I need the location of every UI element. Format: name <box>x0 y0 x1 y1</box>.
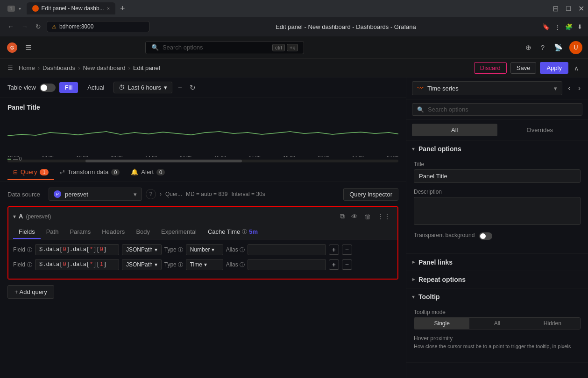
repeat-options-header[interactable]: ▾ Repeat options <box>406 271 588 288</box>
field-remove-button-2[interactable]: − <box>342 259 352 270</box>
breadcrumb-home[interactable]: Home <box>19 64 35 71</box>
viz-nav-prev-button[interactable]: ‹ <box>566 82 572 94</box>
panel-desc-label: Description <box>414 189 581 195</box>
save-button[interactable]: Save <box>510 62 537 74</box>
datasource-row: Data source P peresvet ▾ ? › Quer... MD … <box>7 188 398 201</box>
tooltip-mode-label: Tooltip mode <box>414 309 581 315</box>
refresh-button[interactable]: ↻ <box>188 82 198 94</box>
grafana-logo[interactable]: G <box>6 41 19 54</box>
search-options-input[interactable]: 🔍 Search options <box>412 103 582 116</box>
field-path-input-1[interactable]: $.data[0].data[*][0] <box>35 244 119 255</box>
new-tab-button[interactable]: + <box>117 3 128 14</box>
query-duplicate-button[interactable]: ⧉ <box>338 211 347 222</box>
options-tab-all[interactable]: All <box>412 124 497 136</box>
datasource-select[interactable]: P peresvet ▾ <box>49 188 142 201</box>
jsonpath-select-1[interactable]: JSONPath ▾ <box>122 244 162 255</box>
close-window-icon[interactable]: ✕ <box>578 4 584 13</box>
panel-links-section: ▾ Panel links <box>406 254 588 271</box>
field-remove-button-1[interactable]: − <box>342 245 352 255</box>
type-select-2[interactable]: Time ▾ <box>186 259 223 270</box>
user-avatar[interactable]: U <box>569 41 582 54</box>
breadcrumb-sep-3: › <box>128 64 130 71</box>
more-options-icon[interactable]: ⋮ <box>554 23 560 30</box>
tab-chevron-icon[interactable]: ▾ <box>19 6 21 11</box>
active-tab[interactable]: Edit panel - New dashb... × <box>27 2 116 14</box>
hamburger-menu-button[interactable]: ☰ <box>22 42 34 54</box>
minimize-icon[interactable]: ⊟ <box>553 4 559 13</box>
query-delete-button[interactable]: 🗑 <box>362 211 373 222</box>
discard-button[interactable]: Discard <box>474 62 507 74</box>
apply-button[interactable]: Apply <box>540 62 568 74</box>
download-icon[interactable]: ⬇ <box>577 23 582 30</box>
collapse-button[interactable]: ∧ <box>572 62 581 74</box>
tab-alert[interactable]: 🔔 Alert 0 <box>125 165 170 180</box>
back-button[interactable]: ← <box>6 21 16 32</box>
menu-icon[interactable]: ☰ <box>7 64 13 71</box>
jsonpath-select-2[interactable]: JSONPath ▾ <box>122 259 162 270</box>
transparent-bg-toggle[interactable] <box>479 232 492 240</box>
field-path-input-2[interactable]: $.data[0].data[*][1] <box>35 259 119 270</box>
tab-alert-badge: 0 <box>156 169 165 175</box>
options-tab-overrides[interactable]: Overrides <box>497 124 583 136</box>
qi-tab-params[interactable]: Params <box>64 225 96 239</box>
notifications-button[interactable]: 📡 <box>551 42 566 54</box>
chart-scrollbar[interactable] <box>7 160 398 162</box>
search-bar[interactable]: 🔍 Search options ctrl+k <box>145 41 304 54</box>
qi-tab-body[interactable]: Body <box>130 225 156 239</box>
x-label-4: 14:00 <box>145 155 157 157</box>
maximize-icon[interactable]: □ <box>566 4 571 13</box>
query-inspector-button[interactable]: Query inspector <box>343 188 398 201</box>
viz-nav-next-button[interactable]: › <box>576 82 582 94</box>
actual-button[interactable]: Actual <box>82 82 110 93</box>
chart-x-labels: 12:00 12:30 13:00 13:30 14:00 14:30 15:0… <box>7 154 398 157</box>
qi-tab-fields[interactable]: Fields <box>13 225 41 239</box>
panel-title-input[interactable] <box>414 169 581 183</box>
query-more-button[interactable]: ⋮⋮ <box>375 211 393 222</box>
qi-tab-path[interactable]: Path <box>41 225 64 239</box>
tooltip-header[interactable]: ▾ Tooltip <box>406 288 588 305</box>
tab-close-button[interactable]: × <box>107 6 110 11</box>
add-query-button[interactable]: + Add query <box>7 285 54 299</box>
query-letter: A <box>16 213 26 220</box>
tooltip-mode-all[interactable]: All <box>469 318 524 329</box>
field-add-button-2[interactable]: + <box>329 259 339 270</box>
qi-tab-cache[interactable]: Cache Time ⓘ 5m <box>202 225 263 239</box>
tooltip-mode-single[interactable]: Single <box>414 318 469 329</box>
forward-button[interactable]: → <box>20 21 30 32</box>
type-select-1[interactable]: Number ▾ <box>186 244 223 255</box>
query-hide-button[interactable]: 👁 <box>349 211 360 222</box>
viz-type-button[interactable]: 〰 Time series ▾ <box>412 81 562 95</box>
breadcrumb-new-dashboard[interactable]: New dashboard <box>83 64 125 71</box>
panel-desc-input[interactable] <box>414 197 581 225</box>
tab-transform[interactable]: ⇄ Transform data 0 <box>54 165 126 180</box>
search-options-placeholder: Search options <box>428 106 468 113</box>
help-button[interactable]: ? <box>538 42 547 53</box>
breadcrumb-dashboards[interactable]: Dashboards <box>43 64 75 71</box>
zoom-out-button[interactable]: − <box>176 82 184 93</box>
table-view-switch[interactable] <box>40 84 56 92</box>
panel-options-header[interactable]: ▾ Panel options <box>406 140 588 157</box>
tab-query-badge: 1 <box>40 169 48 175</box>
field-add-button-1[interactable]: + <box>329 245 339 255</box>
qi-tab-experimental[interactable]: Experimental <box>156 225 202 239</box>
fill-button[interactable]: Fill <box>59 82 78 93</box>
panel-links-title: Panel links <box>418 259 453 266</box>
datasource-help-button[interactable]: ? <box>146 189 156 199</box>
alias-input-2[interactable] <box>248 259 326 270</box>
bookmark-icon[interactable]: 🔖 <box>542 23 550 30</box>
tooltip-mode-hidden[interactable]: Hidden <box>525 318 580 329</box>
qi-tab-headers[interactable]: Headers <box>96 225 130 239</box>
extensions-icon[interactable]: 🧩 <box>565 23 573 30</box>
tab-query[interactable]: ⊟ Query 1 <box>7 165 54 180</box>
time-range-label: Last 6 hours <box>128 84 161 91</box>
query-inner-tabs: Fields Path Params Headers Body Experime… <box>8 225 397 239</box>
alias-input-1[interactable] <box>248 244 326 255</box>
reload-button[interactable]: ↻ <box>34 21 43 32</box>
repeat-options-title: Repeat options <box>418 276 466 283</box>
time-range-button[interactable]: ⏱ Last 6 hours ▾ <box>113 82 172 93</box>
add-panel-button[interactable]: ⊕ <box>523 42 534 54</box>
address-bar[interactable]: ⚠ bdhome:3000 <box>47 21 149 32</box>
alias-label-1: Alias ⓘ <box>226 246 245 253</box>
panel-links-header[interactable]: ▾ Panel links <box>406 254 588 271</box>
field-info-icon-1: ⓘ <box>27 246 32 253</box>
